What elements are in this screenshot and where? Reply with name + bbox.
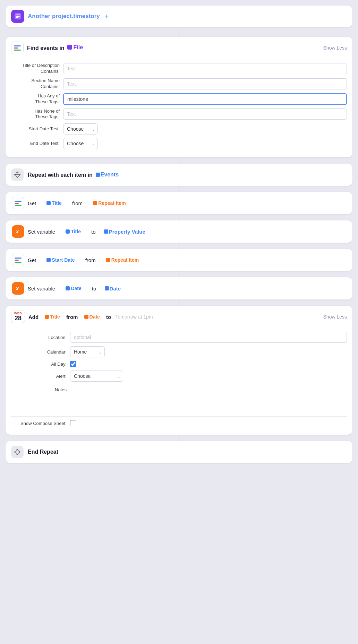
start-date-select[interactable]: Choose Is Before Is After Is On xyxy=(63,123,98,134)
alert-select-wrapper: Choose None At time of event 5 minutes b… xyxy=(70,371,123,382)
show-less-inline-button[interactable]: Show Less xyxy=(323,314,347,320)
connector-5 xyxy=(6,243,352,249)
notes-label: Notes xyxy=(11,385,67,392)
set-date-icon: x xyxy=(12,282,24,295)
add-title-token: Title xyxy=(43,314,62,320)
property-value-token: Property Value xyxy=(104,229,145,235)
file-link[interactable]: File xyxy=(73,44,83,51)
get-label-2: Get xyxy=(28,257,36,263)
top-bar: Another project.timestory + xyxy=(6,6,352,27)
set-var-label-1: Set variable xyxy=(28,229,55,235)
repeat-item-token-1: Repeat Item xyxy=(91,200,128,206)
add-date-token: Date xyxy=(82,314,102,320)
alert-label: Alert: xyxy=(11,374,67,379)
connector-line-4 xyxy=(179,214,179,220)
alert-select[interactable]: Choose None At time of event 5 minutes b… xyxy=(70,371,123,382)
repeat-title: Repeat with each item in Events xyxy=(28,172,119,178)
calendar-select[interactable]: Home Work Personal xyxy=(70,346,105,357)
end-repeat-card: End Repeat xyxy=(6,441,352,463)
divider-2 xyxy=(11,328,347,328)
set-date-card: x Set variable Date to Date xyxy=(6,277,352,299)
all-day-checkbox-wrapper xyxy=(70,361,76,367)
section-name-input[interactable] xyxy=(63,78,347,89)
find-events-icon xyxy=(11,42,24,54)
alert-row: Alert: Choose None At time of event 5 mi… xyxy=(11,371,347,382)
notes-section: Notes xyxy=(11,385,347,413)
divider-3 xyxy=(11,416,347,417)
date-value-token: Date xyxy=(105,286,121,291)
title-token-1: Title xyxy=(44,200,64,206)
all-day-label: All Day: xyxy=(11,362,67,367)
notes-textarea[interactable] xyxy=(70,385,347,413)
from-label-1: from xyxy=(72,200,83,206)
connector-line-6 xyxy=(179,271,179,277)
repeat-item-token-2: Repeat Item xyxy=(104,257,141,263)
start-date-row: Start Date Test: Choose Is Before Is Aft… xyxy=(11,123,347,134)
end-repeat-title: End Repeat xyxy=(28,449,58,455)
end-date-select[interactable]: Choose Is Before Is After Is On xyxy=(63,138,98,149)
add-button[interactable]: + xyxy=(105,12,109,20)
get-start-date-icon xyxy=(12,254,24,266)
start-date-label: Start Date Test: xyxy=(11,126,60,132)
connector-line-8 xyxy=(179,435,179,441)
end-date-label: End Date Test: xyxy=(11,141,60,147)
divider-1 xyxy=(11,59,347,59)
end-time-placeholder[interactable]: Tomorrow at 1pm xyxy=(115,314,153,320)
project-title[interactable]: Another project.timestory xyxy=(28,13,100,20)
location-input[interactable] xyxy=(70,332,347,343)
connector-4 xyxy=(6,214,352,220)
show-compose-checkbox[interactable] xyxy=(70,420,76,426)
section-name-row: Section Name Contains: xyxy=(11,78,347,90)
connector-line-7 xyxy=(179,299,179,306)
connector-6 xyxy=(6,271,352,277)
show-compose-checkbox-wrapper xyxy=(70,420,76,426)
find-events-title: Find events in File xyxy=(27,44,83,51)
show-less-button[interactable]: Show Less xyxy=(323,45,347,51)
get-label: Get xyxy=(28,200,36,206)
repeat-block-card: Repeat with each item in Events xyxy=(6,164,352,186)
add-event-card: WED 28 Add Title from Date to Tomorrow a… xyxy=(6,306,352,435)
connector-line-3 xyxy=(179,186,179,192)
section-name-label: Section Name Contains: xyxy=(11,78,60,90)
svg-text:x: x xyxy=(16,229,19,234)
end-date-row: End Date Test: Choose Is Before Is After… xyxy=(11,138,347,149)
header-left: Find events in File xyxy=(11,42,83,54)
get-title-icon xyxy=(12,197,24,209)
connector-line-2 xyxy=(179,157,179,164)
get-title-card: Get Title from Repeat Item xyxy=(6,192,352,214)
has-any-tags-label: Has Any of These Tags: xyxy=(11,93,60,105)
has-none-tags-label: Has None of These Tags: xyxy=(11,108,60,120)
title-desc-label: Title or Description Contains: xyxy=(11,63,60,75)
has-any-tags-row: Has Any of These Tags: xyxy=(11,93,347,105)
add-event-header: WED 28 Add Title from Date to Tomorrow a… xyxy=(11,311,347,323)
show-compose-label: Show Compose Sheet: xyxy=(11,421,67,426)
from-label-2: from xyxy=(85,257,96,263)
calendar-select-wrapper: Home Work Personal xyxy=(70,346,105,357)
start-date-token: Start Date xyxy=(44,257,77,263)
set-title-card: x Set variable Title to Property Value xyxy=(6,220,352,243)
calendar-row: Calendar: Home Work Personal xyxy=(11,346,347,357)
day-num: 28 xyxy=(15,315,22,321)
start-date-select-wrapper: Choose Is Before Is After Is On xyxy=(63,123,98,134)
title-desc-input[interactable] xyxy=(63,63,347,74)
has-none-tags-input[interactable] xyxy=(63,108,347,120)
set-var-label-2: Set variable xyxy=(28,286,55,291)
location-row: Location: xyxy=(11,332,347,343)
end-repeat-icon xyxy=(11,446,24,458)
location-label: Location: xyxy=(11,335,67,340)
svg-text:x: x xyxy=(16,286,19,291)
connector-8 xyxy=(6,435,352,441)
title-desc-row: Title or Description Contains: xyxy=(11,63,347,75)
repeat-dot-1 xyxy=(93,201,97,205)
title-dot xyxy=(46,201,51,205)
has-any-tags-input[interactable] xyxy=(63,93,347,105)
all-day-checkbox[interactable] xyxy=(70,361,76,367)
repeat-icon xyxy=(11,168,24,181)
end-date-select-wrapper: Choose Is Before Is After Is On xyxy=(63,138,98,149)
find-events-card: Find events in File Show Less Title or D… xyxy=(6,37,352,157)
app-icon xyxy=(11,10,24,23)
set-title-token: Title xyxy=(63,228,83,235)
connector-7 xyxy=(6,299,352,306)
connector-1 xyxy=(6,31,352,37)
connector-2 xyxy=(6,157,352,164)
